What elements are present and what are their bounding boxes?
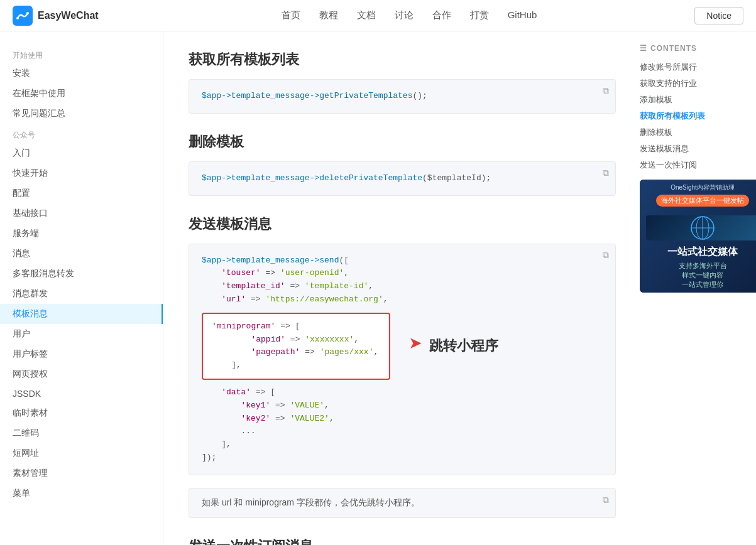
arrow-annotation: ➤ 跳转小程序 (409, 335, 498, 357)
note-text: 如果 url 和 miniprogram 字段都传，会优先跳转小程序。 (202, 497, 420, 507)
sidebar-section-title-start: 开始使用 (0, 44, 163, 63)
ad-panel-inner: OneSight内容营销助理 海外社交媒体平台一键发帖 一站式社交媒体 支持多海… (640, 180, 756, 293)
ad-subtitle-3: 一站式管理你 (682, 280, 723, 289)
sidebar-item-media[interactable]: 临时素材 (0, 403, 163, 423)
nav-discuss[interactable]: 讨论 (395, 9, 414, 21)
code-send-data-6: ]); (202, 451, 603, 465)
sidebar-item-message[interactable]: 消息 (0, 244, 163, 264)
toc-panel: ☰ CONTENTS 修改账号所属行 获取支持的行业 添加模板 获取所有模板列表… (630, 31, 756, 318)
layout: 开始使用 安装 在框架中使用 常见问题汇总 公众号 入门 快速开始 配置 基础接… (0, 31, 756, 545)
toc-item-send-subscribe[interactable]: 发送一次性订阅 (640, 157, 747, 173)
section-title-delete-template: 删除模板 (189, 132, 616, 151)
code-send-data-4: ... (202, 425, 603, 438)
code-line-get-templates: $app->template_message->getPrivateTempla… (202, 90, 603, 103)
sidebar-item-base-api[interactable]: 基础接口 (0, 203, 163, 224)
code-send-data-3: 'key2' => 'VALUE2', (202, 413, 603, 426)
main-content: 获取所有模板列表 ⧉ $app->template_message->getPr… (163, 31, 641, 545)
sidebar-item-jssdk[interactable]: JSSDK (0, 384, 163, 403)
sidebar: 开始使用 安装 在框架中使用 常见问题汇总 公众号 入门 快速开始 配置 基础接… (0, 31, 163, 545)
nav-cooperate[interactable]: 合作 (432, 9, 451, 21)
sidebar-item-material[interactable]: 素材管理 (0, 463, 163, 483)
sidebar-item-server[interactable]: 服务端 (0, 224, 163, 244)
sidebar-section-start: 开始使用 安装 在框架中使用 常见问题汇总 (0, 44, 163, 124)
nav-github[interactable]: GitHub (508, 9, 537, 21)
sidebar-item-intro[interactable]: 入门 (0, 143, 163, 163)
miniprogram-line-1: 'miniprogram' => [ (212, 320, 380, 333)
ad-brand: OneSight内容营销助理 (671, 183, 735, 192)
code-func-del: $app->template_message->deletePrivateTem… (202, 173, 422, 183)
section-title-send-subscribe: 发送一次性订阅消息 (189, 537, 616, 545)
toc-title-text: CONTENTS (650, 44, 697, 53)
annotation-label: 跳转小程序 (429, 337, 498, 355)
sidebar-item-template-message[interactable]: 模板消息 (0, 304, 163, 324)
nav-tutorial[interactable]: 教程 (319, 9, 338, 21)
code-block-send-template: ⧉ $app->template_message->send([ 'touser… (189, 244, 616, 475)
code-block-delete-template: ⧉ $app->template_message->deletePrivateT… (189, 161, 616, 196)
nav-docs[interactable]: 文档 (357, 9, 376, 21)
ad-globe-icon (687, 215, 718, 240)
miniprogram-highlight: 'miniprogram' => [ 'appid' => 'xxxxxxxx'… (202, 313, 390, 380)
toc-item-send-template[interactable]: 发送模板消息 (640, 141, 747, 157)
sidebar-item-quickstart[interactable]: 快速开始 (0, 163, 163, 183)
logo-area[interactable]: EasyWeChat (13, 6, 99, 26)
miniprogram-line-3: 'pagepath' => 'pages/xxx', (212, 346, 380, 359)
sidebar-item-framework[interactable]: 在框架中使用 (0, 84, 163, 104)
nav-donate[interactable]: 打赏 (470, 9, 489, 21)
copy-icon-1[interactable]: ⧉ (603, 86, 609, 96)
code-paren: (); (412, 91, 427, 100)
ad-image (646, 215, 756, 240)
toc-item-delete-template[interactable]: 删除模板 (640, 124, 747, 141)
sidebar-item-install[interactable]: 安装 (0, 63, 163, 84)
code-args-del: ($templateId); (422, 173, 491, 183)
main-nav: 首页 教程 文档 讨论 合作 打赏 GitHub (124, 9, 695, 21)
copy-icon-note[interactable]: ⧉ (603, 495, 609, 505)
miniprogram-line-4: ], (212, 359, 380, 372)
copy-icon-2[interactable]: ⧉ (603, 168, 609, 178)
ad-panel[interactable]: OneSight内容营销助理 海外社交媒体平台一键发帖 一站式社交媒体 支持多海… (640, 180, 756, 293)
header: EasyWeChat 首页 教程 文档 讨论 合作 打赏 GitHub Noti… (0, 0, 756, 31)
miniprogram-line-2: 'appid' => 'xxxxxxxx', (212, 333, 380, 347)
toc-item-get-industry[interactable]: 获取支持的行业 (640, 75, 747, 92)
section-title-get-templates: 获取所有模板列表 (189, 50, 616, 69)
sidebar-item-qrcode[interactable]: 二维码 (0, 423, 163, 443)
sidebar-item-user-tag[interactable]: 用户标签 (0, 344, 163, 364)
sidebar-item-menu[interactable]: 菜单 (0, 483, 163, 504)
red-arrow-icon: ➤ (409, 335, 423, 357)
toc-title: ☰ CONTENTS (640, 44, 747, 53)
toc-icon: ☰ (640, 44, 647, 53)
code-send-line-4: 'url' => 'https://easywechat.org', (202, 293, 603, 306)
code-func: $app->template_message->getPrivateTempla… (202, 91, 412, 100)
sidebar-section-title-oa: 公众号 (0, 124, 163, 143)
sidebar-item-faq[interactable]: 常见问题汇总 (0, 104, 163, 124)
logo-icon (13, 6, 33, 26)
notice-button[interactable]: Notice (694, 7, 743, 24)
toc-item-modify-account[interactable]: 修改账号所属行 (640, 59, 747, 75)
code-send-line-3: 'template_id' => 'template-id', (202, 280, 603, 293)
code-send-data-5: ], (202, 438, 603, 451)
toc-item-get-templates[interactable]: 获取所有模板列表 (640, 108, 747, 124)
svg-point-1 (16, 17, 19, 19)
code-block-get-templates: ⧉ $app->template_message->getPrivateTemp… (189, 79, 616, 114)
sidebar-item-config[interactable]: 配置 (0, 183, 163, 203)
sidebar-item-broadcast[interactable]: 消息群发 (0, 284, 163, 304)
code-send-line-2: 'touser' => 'user-openid', (202, 267, 603, 280)
ad-subtitle-2: 样式一键内容 (682, 271, 723, 280)
ad-title: 一站式社交媒体 (667, 246, 738, 259)
sidebar-item-url[interactable]: 短网址 (0, 443, 163, 463)
ad-badge: 海外社交媒体平台一键发帖 (656, 195, 749, 207)
code-send-data-1: 'data' => [ (202, 386, 603, 399)
code-send-line-1: $app->template_message->send([ (202, 254, 603, 267)
sidebar-item-customer-service[interactable]: 多客服消息转发 (0, 264, 163, 284)
code-line-delete-template: $app->template_message->deletePrivateTem… (202, 172, 603, 185)
svg-point-2 (26, 12, 29, 14)
sidebar-item-oauth[interactable]: 网页授权 (0, 364, 163, 384)
sidebar-item-user[interactable]: 用户 (0, 324, 163, 344)
section-title-send-template: 发送模板消息 (189, 215, 616, 234)
note-block: ⧉ 如果 url 和 miniprogram 字段都传，会优先跳转小程序。 (189, 488, 616, 518)
logo-text: EasyWeChat (38, 10, 99, 21)
toc-item-add-template[interactable]: 添加模板 (640, 92, 747, 108)
sidebar-section-oa: 公众号 入门 快速开始 配置 基础接口 服务端 消息 多客服消息转发 消息群发 … (0, 124, 163, 504)
copy-icon-3[interactable]: ⧉ (603, 251, 609, 261)
ad-subtitle-1: 支持多海外平台 (679, 261, 727, 271)
nav-home[interactable]: 首页 (282, 9, 300, 21)
